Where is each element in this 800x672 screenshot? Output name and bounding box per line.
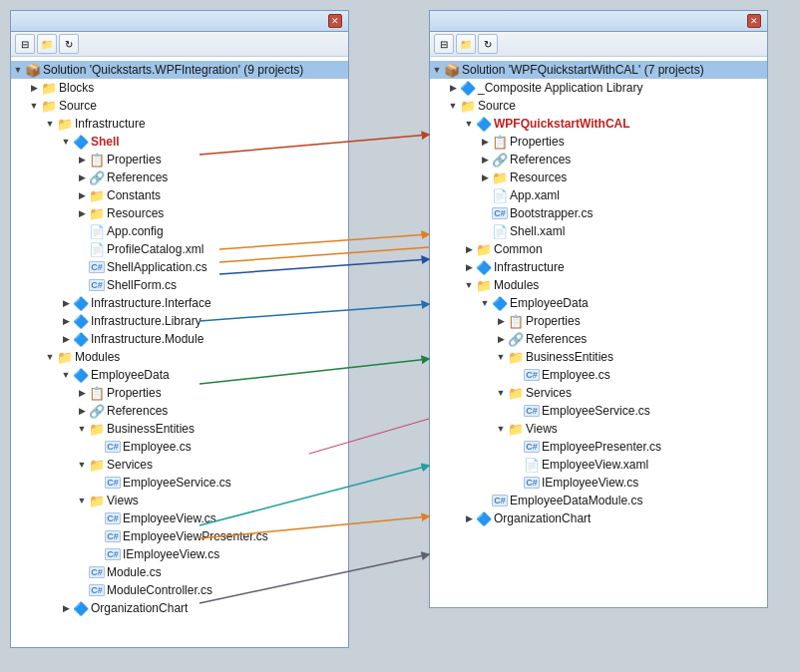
tree-item-infralibrary[interactable]: ▶🔷Infrastructure.Library: [11, 312, 348, 330]
expander-inframodule[interactable]: ▶: [59, 332, 73, 346]
tree-item-rempref[interactable]: ▶🔗References: [430, 330, 767, 348]
expander-rcal[interactable]: ▶: [446, 81, 460, 95]
expander-rempdata[interactable]: ▼: [478, 296, 492, 310]
tree-item-modulecs[interactable]: C#Module.cs: [11, 563, 348, 581]
expander-empprops[interactable]: ▶: [75, 386, 89, 400]
expander-shell[interactable]: ▼: [59, 135, 73, 149]
tree-item-rbizentities[interactable]: ▼📁BusinessEntities: [430, 348, 767, 366]
expander-source[interactable]: ▼: [27, 99, 41, 113]
expander-rmodules[interactable]: ▼: [462, 278, 476, 292]
expander-infralibrary[interactable]: ▶: [59, 314, 73, 328]
expander-orgchart[interactable]: ▶: [59, 601, 73, 615]
tree-item-employee[interactable]: C#Employee.cs: [11, 438, 348, 456]
tree-item-modules[interactable]: ▼📁Modules: [11, 348, 348, 366]
tree-item-infra[interactable]: ▼📁Infrastructure: [11, 115, 348, 133]
tree-item-rempresenter[interactable]: C#EmployeePresenter.cs: [430, 438, 767, 456]
tree-item-sol[interactable]: ▼📦Solution 'Quickstarts.WPFIntegration' …: [11, 61, 348, 79]
expander-references[interactable]: ▶: [75, 170, 89, 184]
expander-rresources[interactable]: ▶: [478, 170, 492, 184]
tree-item-bizentities[interactable]: ▼📁BusinessEntities: [11, 420, 348, 438]
left-toolbar-btn-2[interactable]: 📁: [37, 34, 57, 54]
tree-item-empprops[interactable]: ▶📋Properties: [11, 384, 348, 402]
tree-item-rsource[interactable]: ▼📁Source: [430, 97, 767, 115]
tree-item-remployee[interactable]: C#Employee.cs: [430, 366, 767, 384]
expander-rviews[interactable]: ▼: [494, 422, 508, 436]
tree-item-properties[interactable]: ▶📋Properties: [11, 151, 348, 168]
right-close-button[interactable]: ✕: [747, 14, 761, 28]
tree-item-rorgchart[interactable]: ▶🔷OrganizationChart: [430, 509, 767, 527]
tree-item-empdata[interactable]: ▼🔷EmployeeData: [11, 366, 348, 384]
tree-item-shell[interactable]: ▼🔷Shell: [11, 133, 348, 151]
tree-item-empviewpres[interactable]: C#EmployeeViewPresenter.cs: [11, 527, 348, 545]
expander-rrefs[interactable]: ▶: [478, 153, 492, 167]
expander-sol[interactable]: ▼: [11, 63, 25, 77]
tree-item-emprefs[interactable]: ▶🔗References: [11, 402, 348, 420]
tree-item-source[interactable]: ▼📁Source: [11, 97, 348, 115]
tree-item-infrainterface[interactable]: ▶🔷Infrastructure.Interface: [11, 294, 348, 312]
tree-item-empview[interactable]: C#EmployeeView.cs: [11, 509, 348, 527]
tree-item-rprops[interactable]: ▶📋Properties: [430, 133, 767, 151]
expander-rorgchart[interactable]: ▶: [462, 511, 476, 525]
expander-modules[interactable]: ▼: [43, 350, 57, 364]
tree-item-blocks[interactable]: ▶📁Blocks: [11, 79, 348, 97]
tree-item-references[interactable]: ▶🔗References: [11, 168, 348, 186]
tree-item-appconfig[interactable]: 📄App.config: [11, 222, 348, 240]
tree-item-views[interactable]: ▼📁Views: [11, 492, 348, 509]
tree-item-rsol[interactable]: ▼📦Solution 'WPFQuickstartWithCAL' (7 pro…: [430, 61, 767, 79]
tree-item-rwpfqs[interactable]: ▼🔷WPFQuickstartWithCAL: [430, 115, 767, 133]
expander-rsol[interactable]: ▼: [430, 63, 444, 77]
expander-rinfra[interactable]: ▶: [462, 260, 476, 274]
expander-emprefs[interactable]: ▶: [75, 404, 89, 418]
tree-item-rcommon[interactable]: ▶📁Common: [430, 240, 767, 258]
expander-rservices[interactable]: ▼: [494, 386, 508, 400]
expander-rwpfqs[interactable]: ▼: [462, 117, 476, 131]
tree-item-inframodule[interactable]: ▶🔷Infrastructure.Module: [11, 330, 348, 348]
tree-item-rshellxml[interactable]: 📄Shell.xaml: [430, 222, 767, 240]
tree-item-iempview[interactable]: C#IEmployeeView.cs: [11, 545, 348, 563]
tree-item-constants[interactable]: ▶📁Constants: [11, 186, 348, 204]
tree-item-rempviewxml[interactable]: 📄EmployeeView.xaml: [430, 456, 767, 474]
expander-properties[interactable]: ▶: [75, 153, 89, 167]
tree-item-rviews[interactable]: ▼📁Views: [430, 420, 767, 438]
tree-item-rmodules[interactable]: ▼📁Modules: [430, 276, 767, 294]
tree-item-empservice[interactable]: C#EmployeeService.cs: [11, 474, 348, 492]
tree-item-rresources[interactable]: ▶📁Resources: [430, 168, 767, 186]
expander-views[interactable]: ▼: [75, 494, 89, 507]
tree-item-rcal[interactable]: ▶🔷_Composite Application Library: [430, 79, 767, 97]
expander-blocks[interactable]: ▶: [27, 81, 41, 95]
expander-bizentities[interactable]: ▼: [75, 422, 89, 436]
expander-rsource[interactable]: ▼: [446, 99, 460, 113]
tree-item-rempservice[interactable]: C#EmployeeService.cs: [430, 402, 767, 420]
tree-item-rempprop[interactable]: ▶📋Properties: [430, 312, 767, 330]
tree-item-modulecontroller[interactable]: C#ModuleController.cs: [11, 581, 348, 599]
expander-services[interactable]: ▼: [75, 458, 89, 472]
right-toolbar-btn-2[interactable]: 📁: [456, 34, 476, 54]
expander-rempprop[interactable]: ▶: [494, 314, 508, 328]
right-toolbar-btn-3[interactable]: ↻: [478, 34, 498, 54]
tree-item-riempview[interactable]: C#IEmployeeView.cs: [430, 474, 767, 492]
tree-item-rinfra[interactable]: ▶🔷Infrastructure: [430, 258, 767, 276]
tree-item-resources[interactable]: ▶📁Resources: [11, 204, 348, 222]
expander-infrainterface[interactable]: ▶: [59, 296, 73, 310]
expander-rcommon[interactable]: ▶: [462, 242, 476, 256]
tree-item-orgchart[interactable]: ▶🔷OrganizationChart: [11, 599, 348, 617]
tree-item-rservices[interactable]: ▼📁Services: [430, 384, 767, 402]
expander-resources[interactable]: ▶: [75, 206, 89, 220]
expander-constants[interactable]: ▶: [75, 188, 89, 202]
tree-item-rbootstrapper[interactable]: C#Bootstrapper.cs: [430, 204, 767, 222]
left-toolbar-btn-1[interactable]: ⊟: [15, 34, 35, 54]
tree-item-shellapplication[interactable]: C#ShellApplication.cs: [11, 258, 348, 276]
tree-item-profilecatalog[interactable]: 📄ProfileCatalog.xml: [11, 240, 348, 258]
expander-rempref[interactable]: ▶: [494, 332, 508, 346]
tree-item-shellform[interactable]: C#ShellForm.cs: [11, 276, 348, 294]
right-toolbar-btn-1[interactable]: ⊟: [434, 34, 454, 54]
tree-item-rappxml[interactable]: 📄App.xaml: [430, 186, 767, 204]
tree-item-rempdatamod[interactable]: C#EmployeeDataModule.cs: [430, 492, 767, 509]
tree-item-rrefs[interactable]: ▶🔗References: [430, 151, 767, 168]
left-close-button[interactable]: ✕: [328, 14, 342, 28]
expander-empdata[interactable]: ▼: [59, 368, 73, 382]
expander-rprops[interactable]: ▶: [478, 135, 492, 149]
expander-infra[interactable]: ▼: [43, 117, 57, 131]
expander-rbizentities[interactable]: ▼: [494, 350, 508, 364]
tree-item-services[interactable]: ▼📁Services: [11, 456, 348, 474]
